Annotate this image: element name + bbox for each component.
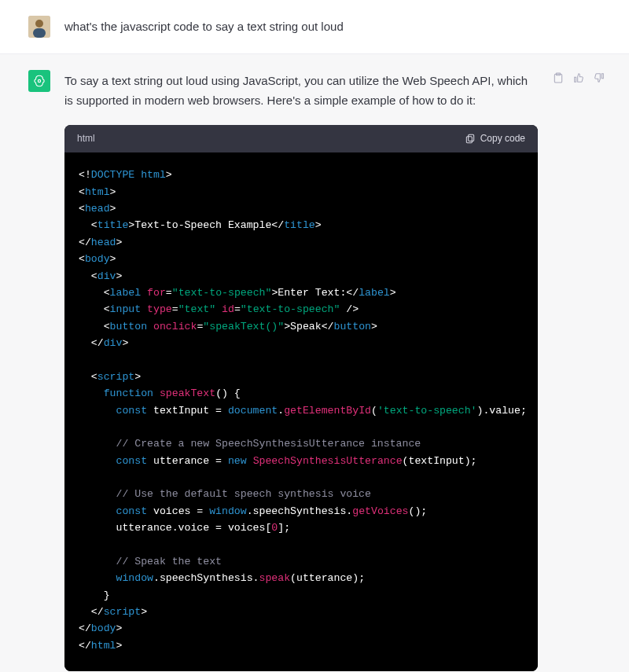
copy-code-button[interactable]: Copy code xyxy=(465,131,525,147)
assistant-content: To say a text string out loud using Java… xyxy=(64,70,538,671)
user-message-row: what's the javascript code to say a text… xyxy=(0,0,629,54)
assistant-avatar xyxy=(28,70,50,92)
assistant-avatar-icon xyxy=(32,74,46,88)
user-avatar-icon xyxy=(28,16,50,38)
code-content[interactable]: <!DOCTYPE html> <html> <head> <title>Tex… xyxy=(64,152,538,671)
svg-rect-2 xyxy=(33,28,46,38)
clipboard-icon xyxy=(465,133,476,144)
thumbs-up-icon[interactable] xyxy=(572,72,585,84)
svg-rect-4 xyxy=(468,135,473,141)
svg-point-3 xyxy=(38,79,40,82)
code-block: html Copy code <!DOCTYPE html> <html> <h… xyxy=(64,125,538,672)
thumbs-down-icon[interactable] xyxy=(593,72,605,84)
svg-point-1 xyxy=(35,20,43,28)
code-language-label: html xyxy=(77,131,95,147)
message-actions xyxy=(552,70,605,671)
user-avatar xyxy=(28,16,50,38)
user-message-text: what's the javascript code to say a text… xyxy=(64,16,605,38)
clipboard-action-icon[interactable] xyxy=(552,72,565,84)
code-header: html Copy code xyxy=(64,125,538,153)
assistant-intro-text: To say a text string out loud using Java… xyxy=(64,72,538,111)
copy-code-label: Copy code xyxy=(480,131,525,147)
assistant-message-row: To say a text string out loud using Java… xyxy=(0,54,629,672)
svg-rect-5 xyxy=(466,137,472,143)
